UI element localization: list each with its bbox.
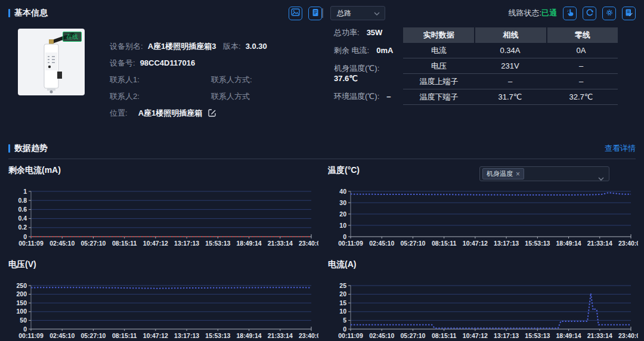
- svg-text:0.6: 0.6: [18, 206, 27, 213]
- document-edit-icon: [625, 8, 633, 18]
- svg-text:0.8: 0.8: [18, 197, 27, 204]
- line-status: 线路状态: 已通: [508, 8, 557, 18]
- table-cell: –: [475, 74, 546, 89]
- svg-text:23:40:00: 23:40:00: [299, 240, 318, 247]
- refresh-button[interactable]: [583, 7, 596, 20]
- svg-text:50: 50: [20, 317, 27, 324]
- table-header-cell: 实时数据: [403, 27, 474, 43]
- chart-temperature: 温度(°C) 机身温度 × 01020304000:11:0902:45:100…: [328, 160, 638, 249]
- line-selector[interactable]: 总路: [330, 6, 385, 20]
- online-status-badge: 在线: [63, 32, 82, 42]
- svg-text:20: 20: [339, 290, 346, 297]
- svg-text:20: 20: [339, 210, 346, 218]
- edit-location-button[interactable]: [208, 108, 216, 119]
- stats-list: 总功率:35W剩余 电流:0mA机身温度(℃):37.6℃环境温度(℃):–: [334, 27, 403, 109]
- chart-title: 剩余电流(mA): [8, 165, 318, 177]
- image-icon: [291, 8, 300, 18]
- table-header-cell: 零线: [547, 27, 618, 43]
- svg-text:40: 40: [339, 188, 346, 195]
- chart-plot: 01020304000:11:0902:45:1005:27:1008:15:1…: [328, 187, 638, 249]
- svg-text:0.2: 0.2: [18, 224, 27, 231]
- trend-title: 数据趋势: [14, 143, 48, 154]
- section-accent-bar: [8, 9, 10, 17]
- svg-text:02:45:10: 02:45:10: [369, 332, 394, 339]
- device-no-label: 设备号:: [110, 58, 135, 67]
- basic-info-panel: 基本信息: [8, 5, 322, 126]
- chart-title: 电压(V): [8, 259, 318, 271]
- svg-text:200: 200: [16, 290, 27, 297]
- chart-plot: 00.20.40.60.8100:11:0902:45:1005:27:1008…: [8, 187, 318, 249]
- device-detail-button[interactable]: [308, 7, 322, 20]
- device-image-button[interactable]: [289, 7, 302, 20]
- svg-text:02:45:10: 02:45:10: [369, 240, 394, 247]
- line-status-value: 已通: [541, 8, 557, 18]
- section-divider: [8, 159, 636, 159]
- table-cell: 电流: [403, 43, 475, 58]
- trend-header: 数据趋势 查看详情: [0, 141, 644, 156]
- realtime-table-body: 电流0.34A0A电压231V–温度上端子––温度下端子31.7℃32.7℃: [403, 43, 618, 105]
- location-value: A座1楼照明插座箱: [138, 108, 203, 119]
- svg-text:5: 5: [343, 317, 346, 324]
- svg-text:23:40:00: 23:40:00: [299, 332, 318, 339]
- svg-text:08:15:11: 08:15:11: [432, 332, 457, 339]
- svg-text:02:45:10: 02:45:10: [49, 332, 75, 339]
- realtime-table-head: 实时数据相线零线: [403, 27, 618, 43]
- svg-text:05:27:10: 05:27:10: [80, 332, 106, 339]
- svg-text:13:17:13: 13:17:13: [494, 240, 519, 247]
- table-cell: –: [546, 58, 617, 73]
- table-cell: 温度下端子: [403, 89, 475, 104]
- svg-text:10: 10: [339, 222, 346, 229]
- section-accent-bar: [8, 144, 10, 153]
- svg-text:18:49:14: 18:49:14: [237, 332, 262, 339]
- manual-control-button[interactable]: [563, 7, 577, 20]
- table-row: 温度下端子31.7℃32.7℃: [403, 89, 618, 105]
- svg-text:10:47:12: 10:47:12: [463, 332, 488, 339]
- svg-text:13:17:13: 13:17:13: [174, 240, 199, 247]
- svg-text:13:17:13: 13:17:13: [494, 332, 519, 339]
- chart-plot: 051015202500:11:0902:45:1005:27:1008:15:…: [328, 281, 638, 341]
- svg-text:08:15:11: 08:15:11: [112, 240, 137, 247]
- svg-text:02:45:10: 02:45:10: [49, 240, 75, 247]
- temperature-series-select[interactable]: 机身温度 ×: [479, 166, 609, 181]
- table-row: 电流0.34A0A: [403, 43, 618, 58]
- svg-text:21:33:14: 21:33:14: [268, 332, 293, 339]
- svg-text:21:33:14: 21:33:14: [268, 240, 293, 247]
- device-photo: 在线: [18, 29, 85, 95]
- table-header-cell: 相线: [475, 27, 546, 43]
- line-selector-value: 总路: [337, 8, 351, 18]
- svg-text:10: 10: [339, 308, 346, 315]
- svg-text:05:27:10: 05:27:10: [80, 240, 106, 247]
- basic-info-title: 基本信息: [14, 8, 48, 18]
- svg-text:05:27:10: 05:27:10: [400, 332, 425, 339]
- svg-text:15: 15: [339, 299, 346, 306]
- remove-tag-icon[interactable]: ×: [516, 171, 520, 177]
- settings-button[interactable]: [602, 7, 616, 20]
- contact2-label: 联系人2:: [110, 92, 140, 101]
- chevron-down-icon: [374, 9, 380, 17]
- table-cell: 32.7℃: [546, 89, 617, 104]
- alias-label: 设备别名:: [110, 42, 143, 51]
- svg-text:0: 0: [23, 233, 27, 240]
- gear-icon: [605, 8, 614, 18]
- svg-text:00:11:09: 00:11:09: [18, 240, 44, 247]
- device-card-icon: [312, 8, 319, 18]
- svg-text:18:49:14: 18:49:14: [556, 332, 581, 339]
- svg-text:150: 150: [16, 299, 27, 306]
- svg-text:30: 30: [339, 199, 346, 206]
- svg-text:15:53:13: 15:53:13: [205, 240, 230, 247]
- log-edit-button[interactable]: [622, 7, 636, 20]
- view-details-link[interactable]: 查看详情: [605, 143, 636, 154]
- table-cell: –: [546, 74, 617, 89]
- basic-info-header: 基本信息: [8, 5, 322, 21]
- selected-series-tag: 机身温度 ×: [482, 168, 524, 179]
- svg-text:1: 1: [23, 188, 27, 195]
- svg-text:13:17:13: 13:17:13: [174, 332, 199, 339]
- edit-icon: [208, 108, 216, 119]
- chart-title: 电流(A): [328, 259, 638, 271]
- series-tag-label: 机身温度: [487, 169, 513, 178]
- svg-text:23:40:00: 23:40:00: [618, 332, 638, 339]
- table-cell: 电压: [403, 58, 475, 73]
- stat-item: 环境温度(℃):–: [334, 91, 403, 101]
- line-panel: 总路 线路状态: 已通: [322, 5, 636, 126]
- svg-text:21:33:14: 21:33:14: [587, 332, 612, 339]
